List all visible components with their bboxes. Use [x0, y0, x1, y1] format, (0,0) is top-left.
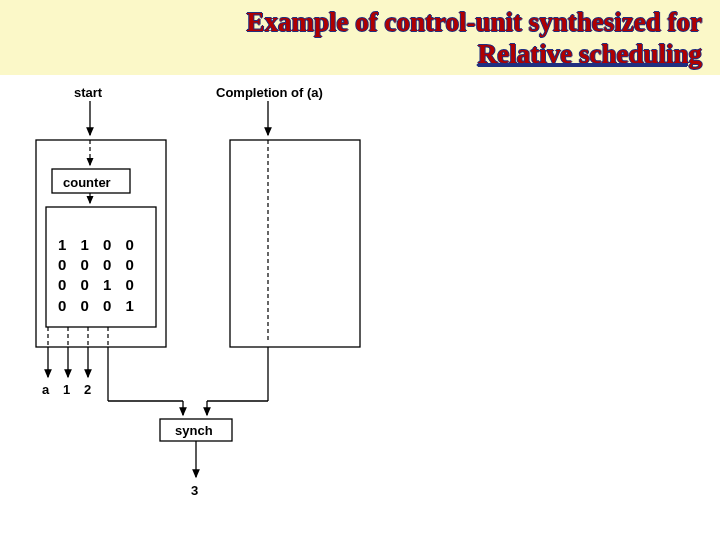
diagram-stage: start Completion of (a) counter 1 1 0 0 …	[0, 75, 720, 535]
svg-rect-3	[230, 140, 360, 347]
svg-rect-22	[160, 419, 232, 441]
slide-title: Example of control-unit synthesized for …	[0, 0, 720, 75]
title-line-2: Relative scheduling	[18, 38, 702, 70]
title-line-1: Example of control-unit synthesized for	[18, 6, 702, 38]
svg-rect-1	[52, 169, 130, 193]
svg-rect-2	[46, 207, 156, 327]
diagram-svg	[0, 75, 720, 535]
svg-rect-0	[36, 140, 166, 347]
